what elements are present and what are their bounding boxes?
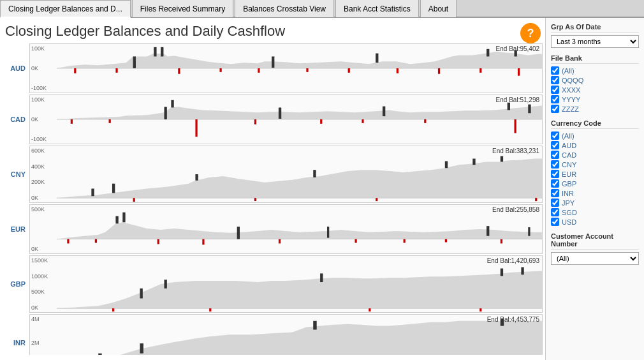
file-bank-item-yyyy: YYYY [551,95,639,103]
currency-check-gbp[interactable] [551,179,559,188]
svg-rect-41 [313,170,316,177]
svg-rect-3 [154,47,156,57]
currency-label-gbp: GBP [5,280,29,288]
svg-rect-7 [487,49,489,57]
svg-rect-75 [369,308,370,311]
y-axis-inr: 4M 2M 0M [30,315,57,355]
svg-marker-1 [57,52,542,68]
svg-rect-55 [487,226,489,236]
currency-label-aud: AUD [5,64,29,72]
svg-rect-76 [479,308,481,311]
svg-rect-10 [115,68,117,73]
sidebar-section-file-bank: File Bank (All) QQQQ XXXX YYYY ZZZZ [551,54,639,113]
file-bank-check-qqqq[interactable] [551,76,559,84]
y-axis-gbp: 1500K 1000K 500K 0K [30,256,57,312]
svg-rect-13 [258,68,260,73]
file-bank-check-xxxx[interactable] [551,86,559,94]
svg-rect-74 [209,308,211,311]
tab-bank-acct[interactable]: Bank Acct Statistics [335,0,419,17]
svg-area-cny [57,146,542,202]
svg-rect-38 [91,188,94,196]
y-axis-eur: 500K 0K [30,205,57,253]
svg-marker-37 [57,159,542,199]
tab-closing-ledger[interactable]: Closing Ledger Balances and D... [0,0,131,18]
currency-check-cad[interactable] [551,151,559,159]
help-button[interactable]: ? [520,23,541,43]
svg-rect-81 [313,321,316,330]
svg-rect-32 [320,119,322,124]
date-select[interactable]: Last 3 months Last 6 months Last 12 mont… [551,35,639,48]
y-axis-cny: 600K 400K 200K 0K [30,146,57,202]
svg-rect-39 [112,184,115,193]
currency-item-all: (All) [551,131,639,140]
svg-rect-79 [98,354,101,355]
svg-area-inr [57,315,542,355]
svg-rect-61 [279,239,281,244]
sidebar-title-account: Customer Account Number [551,232,639,250]
currency-check-all[interactable] [551,131,559,140]
svg-rect-48 [535,198,537,201]
currency-check-inr[interactable] [551,189,559,197]
end-bal-gbp: End Bal:1,420,693 [487,257,539,264]
svg-rect-44 [501,156,503,162]
currency-check-jpy[interactable] [551,199,559,207]
svg-rect-31 [254,119,256,124]
page-title: Closing Ledger Balances and Daily Cashfl… [5,23,543,40]
svg-rect-17 [438,68,440,74]
chart-row-cny: CNY 600K 400K 200K 0K End Bal:383,231 [5,146,543,203]
svg-rect-9 [74,68,76,73]
chart-wrapper-cny: 600K 400K 200K 0K End Bal:383,231 [29,146,543,203]
svg-rect-5 [272,56,274,68]
svg-rect-35 [515,119,516,133]
file-bank-check-all[interactable] [551,66,559,75]
file-bank-item-qqqq: QQQQ [551,76,639,84]
svg-rect-6 [376,54,378,63]
currency-check-cny[interactable] [551,160,559,169]
file-bank-check-yyyy[interactable] [551,95,559,103]
svg-rect-46 [254,198,256,201]
svg-rect-73 [112,308,114,311]
file-bank-check-zzzz[interactable] [551,105,559,113]
svg-rect-40 [195,174,198,181]
currency-check-usd[interactable] [551,218,559,226]
account-select[interactable]: (All) [551,252,639,265]
end-bal-inr: End Bal:4,453,775 [487,316,539,323]
svg-area-aud [57,44,542,93]
svg-rect-15 [348,68,350,73]
charts-container[interactable]: AUD 100K 0K -100K End Bal:95,402 [5,43,543,355]
currency-check-eur[interactable] [551,170,559,178]
svg-rect-70 [320,273,323,282]
y-axis-cad: 100K 0K -100K [30,95,57,144]
svg-rect-59 [157,239,159,244]
currency-item-cad: CAD [551,151,639,159]
tab-balances-crosstab[interactable]: Balances Crosstab View [235,0,334,17]
svg-rect-22 [165,107,167,119]
svg-rect-62 [355,239,356,243]
chart-row-eur: EUR 500K 0K End Bal:255,858 [5,204,543,254]
svg-rect-42 [445,161,448,168]
chart-wrapper-aud: 100K 0K -100K End Bal:95,402 [29,43,543,93]
sidebar-section-date: Grp As Of Date Last 3 months Last 6 mont… [551,23,639,48]
svg-rect-26 [508,103,510,110]
svg-marker-78 [57,321,542,355]
svg-area-cad [57,95,542,144]
svg-rect-16 [397,68,399,73]
tab-files-received[interactable]: Files Received Summary [132,0,233,17]
chart-wrapper-eur: 500K 0K End Bal:255,858 [29,204,543,254]
sidebar: Grp As Of Date Last 3 months Last 6 mont… [545,18,644,360]
chart-row-cad: CAD 100K 0K -100K End Bal:51,298 [5,94,543,144]
currency-label-eur: EUR [5,225,29,233]
tab-about[interactable]: About [420,0,457,17]
svg-rect-63 [404,239,406,243]
svg-rect-14 [306,68,308,72]
end-bal-aud: End Bal:95,402 [496,45,539,52]
currency-check-sgd[interactable] [551,208,559,216]
svg-rect-12 [219,68,221,72]
currency-item-jpy: JPY [551,199,639,207]
svg-area-gbp [57,256,542,312]
chart-wrapper-inr: 4M 2M 0M End Bal:4,453,775 [29,314,543,355]
currency-check-aud[interactable] [551,141,559,149]
sidebar-section-account: Customer Account Number (All) [551,232,639,265]
svg-rect-30 [195,119,197,137]
chart-row-aud: AUD 100K 0K -100K End Bal:95,402 [5,43,543,93]
